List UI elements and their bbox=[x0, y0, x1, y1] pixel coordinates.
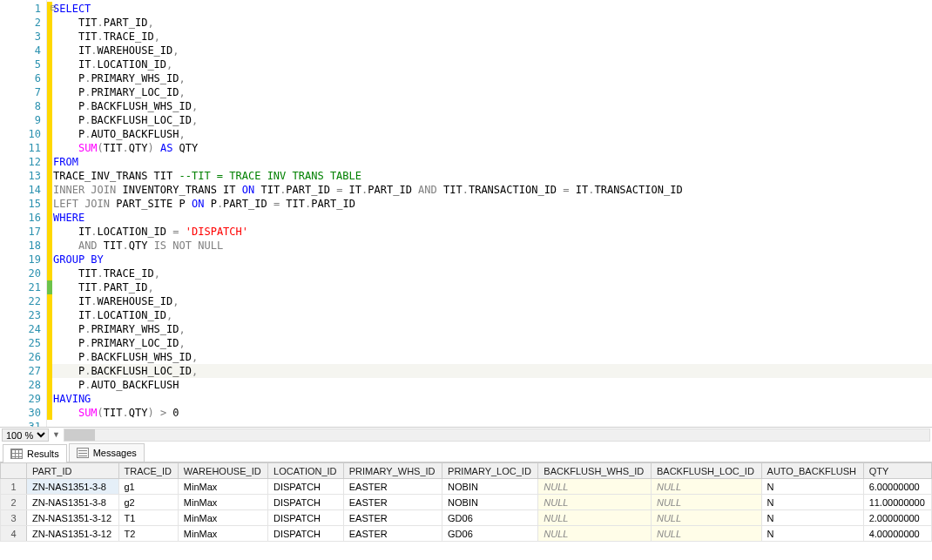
cell[interactable]: EASTER bbox=[343, 510, 442, 526]
cell[interactable]: NULL bbox=[651, 495, 761, 510]
cell[interactable]: DISPATCH bbox=[268, 510, 344, 526]
line-number[interactable]: 31 bbox=[0, 420, 46, 427]
code-line[interactable]: P.BACKFLUSH_LOC_ID, bbox=[52, 113, 932, 127]
tab-results[interactable]: Results bbox=[3, 444, 67, 462]
code-line[interactable]: P.BACKFLUSH_WHS_ID, bbox=[52, 350, 932, 364]
code-line[interactable]: HAVING bbox=[52, 392, 932, 406]
code-line[interactable]: TIT.TRACE_ID, bbox=[52, 267, 932, 280]
cell[interactable]: NULL bbox=[651, 479, 761, 495]
line-number[interactable]: 6 bbox=[0, 71, 46, 85]
line-number[interactable]: 28 bbox=[0, 378, 46, 392]
cell[interactable]: 2.00000000 bbox=[863, 510, 931, 526]
code-line[interactable]: SELECT bbox=[52, 2, 932, 16]
zoom-dropdown-icon[interactable]: ▼ bbox=[52, 430, 60, 439]
cell[interactable]: EASTER bbox=[343, 526, 442, 542]
line-number-gutter[interactable]: 1234567891011121314151617181920212223242… bbox=[0, 0, 47, 427]
cell[interactable]: 11.00000000 bbox=[863, 495, 931, 510]
line-number[interactable]: 25 bbox=[0, 336, 46, 350]
table-row[interactable]: 4ZN-NAS1351-3-12T2MinMaxDISPATCHEASTERGD… bbox=[1, 526, 932, 542]
cell[interactable]: NULL bbox=[538, 495, 652, 510]
line-number[interactable]: 23 bbox=[0, 308, 46, 322]
line-number[interactable]: 20 bbox=[0, 267, 46, 280]
column-header[interactable]: QTY bbox=[863, 463, 931, 479]
code-line[interactable]: INNER JOIN INVENTORY_TRANS IT ON TIT.PAR… bbox=[52, 183, 932, 197]
column-header[interactable]: PRIMARY_WHS_ID bbox=[343, 463, 442, 479]
cell[interactable]: NULL bbox=[538, 479, 652, 495]
cell[interactable]: NULL bbox=[538, 510, 652, 526]
row-header-corner[interactable] bbox=[1, 463, 27, 479]
row-number[interactable]: 3 bbox=[1, 510, 27, 526]
cell[interactable]: T1 bbox=[118, 510, 178, 526]
cell[interactable]: DISPATCH bbox=[268, 526, 344, 542]
table-row[interactable]: 2ZN-NAS1351-3-8g2MinMaxDISPATCHEASTERNOB… bbox=[1, 495, 932, 510]
row-number[interactable]: 4 bbox=[1, 526, 27, 542]
cell[interactable]: EASTER bbox=[343, 479, 442, 495]
column-header[interactable]: PRIMARY_LOC_ID bbox=[442, 463, 538, 479]
line-number[interactable]: 11 bbox=[0, 141, 46, 155]
code-line[interactable]: AND TIT.QTY IS NOT NULL bbox=[52, 239, 932, 253]
line-number[interactable]: 27 bbox=[0, 364, 46, 378]
code-line[interactable] bbox=[52, 420, 932, 427]
code-line[interactable]: TIT.TRACE_ID, bbox=[52, 30, 932, 44]
line-number[interactable]: 18 bbox=[0, 239, 46, 253]
line-number[interactable]: 2 bbox=[0, 16, 46, 30]
row-number[interactable]: 1 bbox=[1, 479, 27, 495]
column-header[interactable]: AUTO_BACKFLUSH bbox=[761, 463, 863, 479]
cell[interactable]: ZN-NAS1351-3-8 bbox=[27, 495, 119, 510]
code-line[interactable]: P.AUTO_BACKFLUSH bbox=[52, 378, 932, 392]
code-line[interactable]: P.AUTO_BACKFLUSH, bbox=[52, 127, 932, 141]
column-header[interactable]: TRACE_ID bbox=[118, 463, 178, 479]
code-line[interactable]: P.BACKFLUSH_LOC_ID, bbox=[52, 364, 932, 378]
cell[interactable]: g1 bbox=[118, 479, 178, 495]
line-number[interactable]: 16 bbox=[0, 211, 46, 225]
code-line[interactable]: IT.WAREHOUSE_ID, bbox=[52, 44, 932, 57]
cell[interactable]: ZN-NAS1351-3-12 bbox=[27, 510, 119, 526]
code-line[interactable]: WHERE bbox=[52, 211, 932, 225]
cell[interactable]: EASTER bbox=[343, 495, 442, 510]
line-number[interactable]: 19 bbox=[0, 253, 46, 267]
cell[interactable]: ZN-NAS1351-3-8 bbox=[27, 479, 119, 495]
line-number[interactable]: 14 bbox=[0, 183, 46, 197]
cell[interactable]: MinMax bbox=[178, 510, 267, 526]
code-line[interactable]: GROUP BY bbox=[52, 253, 932, 267]
code-line[interactable]: TIT.PART_ID, bbox=[52, 280, 932, 294]
cell[interactable]: MinMax bbox=[178, 526, 267, 542]
table-row[interactable]: 1ZN-NAS1351-3-8g1MinMaxDISPATCHEASTERNOB… bbox=[1, 479, 932, 495]
cell[interactable]: NOBIN bbox=[442, 479, 538, 495]
code-line[interactable]: SUM(TIT.QTY) > 0 bbox=[52, 406, 932, 420]
line-number[interactable]: 7 bbox=[0, 85, 46, 99]
fold-toggle-icon[interactable]: ⊟ bbox=[51, 3, 56, 12]
column-header[interactable]: WAREHOUSE_ID bbox=[178, 463, 267, 479]
cell[interactable]: NULL bbox=[651, 526, 761, 542]
code-line[interactable]: TRACE_INV_TRANS TIT --TIT = TRACE INV TR… bbox=[52, 169, 932, 183]
line-number[interactable]: 26 bbox=[0, 350, 46, 364]
cell[interactable]: ZN-NAS1351-3-12 bbox=[27, 526, 119, 542]
code-line[interactable]: P.PRIMARY_WHS_ID, bbox=[52, 322, 932, 336]
code-line[interactable]: P.PRIMARY_LOC_ID, bbox=[52, 85, 932, 99]
code-line[interactable]: IT.LOCATION_ID = 'DISPATCH' bbox=[52, 225, 932, 239]
column-header[interactable]: LOCATION_ID bbox=[268, 463, 344, 479]
code-line[interactable]: IT.LOCATION_ID, bbox=[52, 308, 932, 322]
code-line[interactable]: SUM(TIT.QTY) AS QTY bbox=[52, 141, 932, 155]
line-number[interactable]: 17 bbox=[0, 225, 46, 239]
cell[interactable]: DISPATCH bbox=[268, 479, 344, 495]
code-line[interactable]: IT.WAREHOUSE_ID, bbox=[52, 294, 932, 308]
line-number[interactable]: 30 bbox=[0, 406, 46, 420]
cell[interactable]: g2 bbox=[118, 495, 178, 510]
results-grid[interactable]: PART_IDTRACE_IDWAREHOUSE_IDLOCATION_IDPR… bbox=[0, 462, 932, 557]
line-number[interactable]: 21 bbox=[0, 280, 46, 294]
code-area[interactable]: SELECT TIT.PART_ID, TIT.TRACE_ID, IT.WAR… bbox=[52, 0, 932, 427]
line-number[interactable]: 1 bbox=[0, 2, 46, 16]
cell[interactable]: DISPATCH bbox=[268, 495, 344, 510]
tab-messages[interactable]: Messages bbox=[69, 443, 145, 462]
cell[interactable]: NOBIN bbox=[442, 495, 538, 510]
cell[interactable]: 4.00000000 bbox=[863, 526, 931, 542]
code-line[interactable]: LEFT JOIN PART_SITE P ON P.PART_ID = TIT… bbox=[52, 197, 932, 211]
line-number[interactable]: 5 bbox=[0, 57, 46, 71]
cell[interactable]: MinMax bbox=[178, 495, 267, 510]
cell[interactable]: T2 bbox=[118, 526, 178, 542]
line-number[interactable]: 22 bbox=[0, 294, 46, 308]
cell[interactable]: NULL bbox=[538, 526, 652, 542]
line-number[interactable]: 15 bbox=[0, 197, 46, 211]
cell[interactable]: N bbox=[761, 495, 863, 510]
